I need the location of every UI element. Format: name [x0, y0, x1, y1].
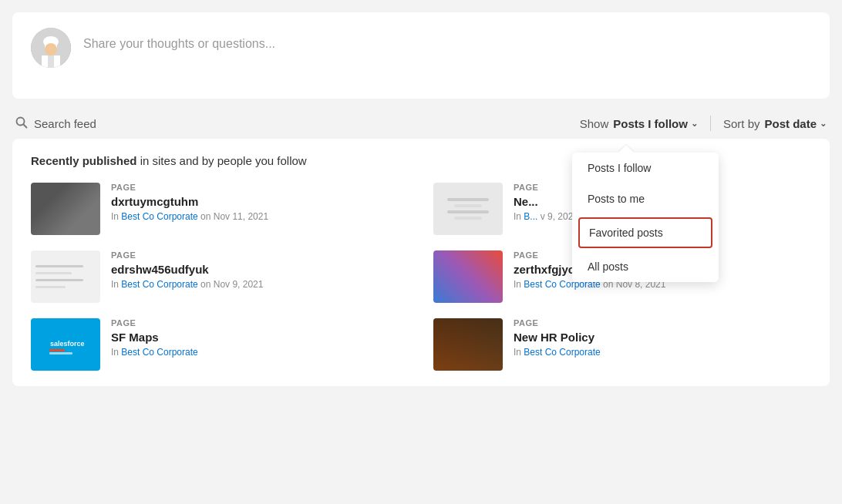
- feed-header-bold: Recently published: [31, 154, 137, 167]
- svg-rect-10: [49, 349, 65, 351]
- post-meta: In Best Co Corporate: [514, 347, 811, 358]
- post-title[interactable]: SF Maps: [111, 331, 409, 344]
- compose-input[interactable]: Share your thoughts or questions...: [83, 28, 275, 51]
- avatar-image: [31, 28, 71, 68]
- post-thumbnail: [433, 183, 503, 235]
- thumbnail-image: [433, 183, 503, 235]
- dropdown-menu: Posts I follow Posts to me Favorited pos…: [572, 153, 719, 282]
- search-feed-label: Search feed: [34, 117, 96, 130]
- show-value-text: Posts I follow: [613, 117, 688, 130]
- svg-text:salesforce: salesforce: [50, 340, 85, 348]
- svg-line-7: [24, 124, 27, 127]
- search-feed[interactable]: Search feed: [15, 116, 96, 131]
- thumbnail-image: [31, 183, 100, 235]
- sort-dropdown-button[interactable]: Post date ⌄: [764, 117, 827, 130]
- thumbnail-image: [433, 318, 503, 371]
- post-type: PAGE: [111, 318, 409, 328]
- dropdown-item-favorited-posts[interactable]: Favorited posts: [578, 217, 712, 248]
- svg-rect-11: [49, 352, 72, 354]
- post-title[interactable]: New HR Policy: [514, 331, 811, 344]
- post-item: PAGE New HR Policy In Best Co Corporate: [433, 318, 811, 371]
- post-company-link[interactable]: Best Co Corporate: [524, 347, 600, 358]
- toolbar-right: Show Posts I follow ⌄ Sort by Post date …: [580, 116, 827, 131]
- post-info: PAGE SF Maps In Best Co Corporate: [111, 318, 409, 358]
- dropdown-arrow: [618, 145, 634, 153]
- sort-label: Sort by: [723, 117, 760, 130]
- avatar: [31, 28, 71, 68]
- thumb-line-sm: [454, 204, 482, 207]
- post-company-link[interactable]: B...: [524, 211, 537, 222]
- post-company-link[interactable]: Best Co Corporate: [121, 347, 197, 358]
- post-thumbnail: [31, 183, 100, 235]
- compose-card: Share your thoughts or questions...: [12, 12, 830, 99]
- post-thumbnail: [433, 318, 503, 371]
- post-type: PAGE: [514, 318, 811, 328]
- post-type: PAGE: [111, 250, 409, 260]
- svg-point-3: [45, 43, 57, 55]
- post-info: PAGE New HR Policy In Best Co Corporate: [514, 318, 811, 358]
- post-title[interactable]: dxrtuymcgtuhm: [111, 195, 409, 208]
- post-company-link[interactable]: Best Co Corporate: [121, 279, 197, 290]
- post-title[interactable]: edrshw456udfyuk: [111, 263, 409, 276]
- thumbnail-image: [31, 250, 100, 303]
- post-meta: In Best Co Corporate: [111, 347, 409, 358]
- thumb-line: [447, 210, 489, 213]
- post-meta: In Best Co Corporate on Nov 11, 2021: [111, 211, 409, 222]
- show-dropdown-button[interactable]: Posts I follow ⌄: [613, 117, 698, 130]
- show-label: Show: [580, 117, 609, 130]
- toolbar-divider: [710, 116, 711, 131]
- post-info: PAGE dxrtuymcgtuhm In Best Co Corporate …: [111, 183, 409, 222]
- main-container: Share your thoughts or questions... Sear…: [0, 12, 842, 386]
- post-info: PAGE edrshw456udfyuk In Best Co Corporat…: [111, 250, 409, 290]
- post-item: PAGE edrshw456udfyuk In Best Co Corporat…: [31, 250, 409, 303]
- post-item: PAGE dxrtuymcgtuhm In Best Co Corporate …: [31, 183, 409, 235]
- post-item: salesforce PAGE SF Maps In Best Co Corpo…: [31, 318, 409, 371]
- thumb-line: [447, 198, 489, 201]
- thumbnail-image: [433, 250, 503, 303]
- search-icon: [15, 116, 28, 131]
- toolbar: Search feed Show Posts I follow ⌄ Sort b…: [0, 108, 842, 139]
- dropdown-item-posts-to-me[interactable]: Posts to me: [572, 183, 719, 214]
- feed-header-rest: in sites and by people you follow: [137, 154, 307, 167]
- dropdown-item-posts-i-follow[interactable]: Posts I follow: [572, 153, 719, 183]
- show-dropdown: Posts I follow Posts to me Favorited pos…: [572, 145, 719, 282]
- thumb-line-sm: [454, 217, 482, 220]
- svg-rect-5: [48, 55, 54, 68]
- sort-chevron-icon: ⌄: [820, 119, 827, 129]
- thumbnail-image: salesforce: [31, 318, 100, 371]
- post-thumbnail: [31, 250, 100, 303]
- post-company-link[interactable]: Best Co Corporate: [121, 211, 197, 222]
- show-chevron-icon: ⌄: [691, 119, 698, 129]
- sort-value-text: Post date: [764, 117, 817, 130]
- post-meta: In Best Co Corporate on Nov 9, 2021: [111, 279, 409, 290]
- post-type: PAGE: [111, 183, 409, 192]
- post-thumbnail: [433, 250, 503, 303]
- dropdown-item-all-posts[interactable]: All posts: [572, 251, 719, 282]
- post-thumbnail: salesforce: [31, 318, 100, 371]
